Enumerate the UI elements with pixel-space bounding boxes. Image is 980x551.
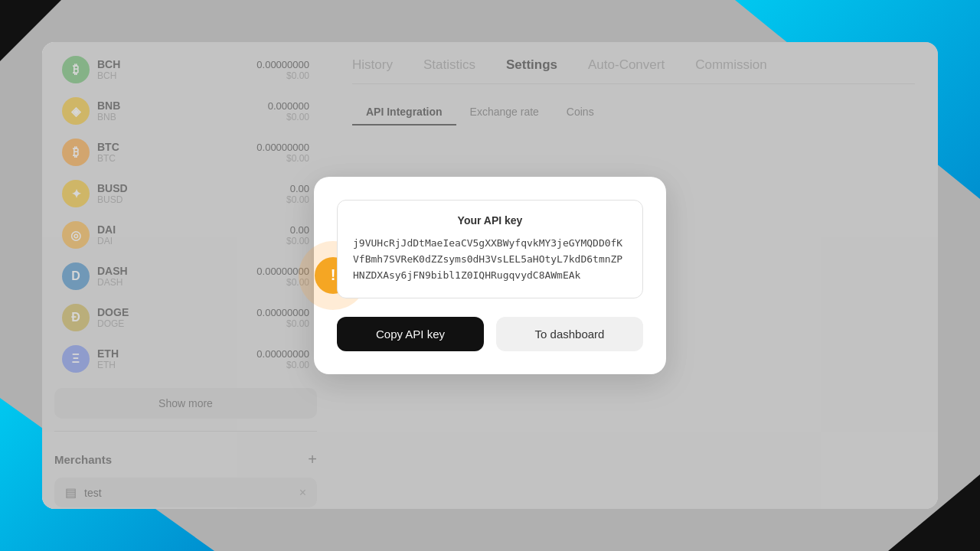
api-modal-overlay: ! Your API key j9VUHcRjJdDtMaeIeaCV5gXXB…: [42, 42, 938, 509]
main-container: ₿ BCH BCH 0.00000000 $0.00 ◈ BNB BNB 0.0…: [42, 42, 938, 509]
api-modal: ! Your API key j9VUHcRjJdDtMaeIeaCV5gXXB…: [314, 177, 666, 373]
deco-icon: !: [331, 266, 336, 284]
copy-api-button[interactable]: Copy API key: [337, 317, 484, 351]
api-key-value: j9VUHcRjJdDtMaeIeaCV5gXXBWyfqvkMY3jeGYMQ…: [353, 236, 627, 283]
api-key-label: Your API key: [353, 214, 627, 227]
content-area: History Statistics Settings Auto-Convert…: [329, 42, 938, 509]
to-dashboard-button[interactable]: To dashboard: [496, 317, 643, 351]
modal-actions: Copy API key To dashboard: [337, 317, 643, 351]
api-key-box: Your API key j9VUHcRjJdDtMaeIeaCV5gXXBWy…: [337, 200, 643, 298]
